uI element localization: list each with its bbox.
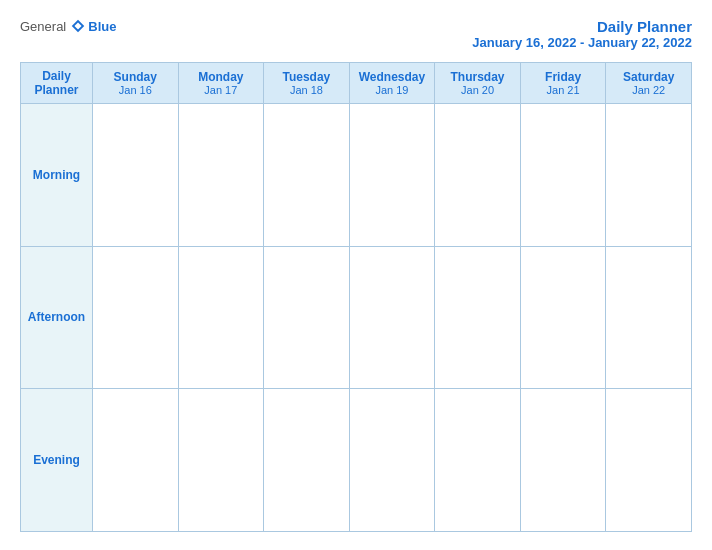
- logo-text: General Blue: [20, 18, 116, 34]
- cell-morning-thursday[interactable]: [435, 104, 521, 247]
- col-header-wednesday: Wednesday Jan 19: [349, 63, 435, 104]
- cell-morning-saturday[interactable]: [606, 104, 692, 247]
- day-date-wednesday: Jan 19: [354, 84, 431, 96]
- day-name-monday: Monday: [183, 70, 260, 84]
- title-area: Daily Planner January 16, 2022 - January…: [472, 18, 692, 50]
- logo-area: General Blue: [20, 18, 116, 34]
- cell-evening-sunday[interactable]: [93, 389, 179, 532]
- cell-afternoon-tuesday[interactable]: [264, 246, 350, 389]
- cell-evening-wednesday[interactable]: [349, 389, 435, 532]
- day-name-friday: Friday: [525, 70, 602, 84]
- page: General Blue Daily Planner January 16, 2…: [0, 0, 712, 550]
- logo-blue: Blue: [88, 19, 116, 34]
- col-header-saturday: Saturday Jan 22: [606, 63, 692, 104]
- day-date-tuesday: Jan 18: [268, 84, 345, 96]
- cell-evening-saturday[interactable]: [606, 389, 692, 532]
- table-row-afternoon: Afternoon: [21, 246, 692, 389]
- first-col-header-line2: Planner: [34, 83, 78, 97]
- day-date-saturday: Jan 22: [610, 84, 687, 96]
- cell-morning-wednesday[interactable]: [349, 104, 435, 247]
- time-label-evening: Evening: [21, 389, 93, 532]
- day-name-wednesday: Wednesday: [354, 70, 431, 84]
- col-header-monday: Monday Jan 17: [178, 63, 264, 104]
- cell-evening-monday[interactable]: [178, 389, 264, 532]
- planner-title: Daily Planner: [472, 18, 692, 35]
- day-name-thursday: Thursday: [439, 70, 516, 84]
- col-header-tuesday: Tuesday Jan 18: [264, 63, 350, 104]
- cell-morning-tuesday[interactable]: [264, 104, 350, 247]
- date-range: January 16, 2022 - January 22, 2022: [472, 35, 692, 50]
- col-header-friday: Friday Jan 21: [520, 63, 606, 104]
- day-date-sunday: Jan 16: [97, 84, 174, 96]
- day-date-friday: Jan 21: [525, 84, 602, 96]
- col-header-thursday: Thursday Jan 20: [435, 63, 521, 104]
- day-date-monday: Jan 17: [183, 84, 260, 96]
- cell-morning-friday[interactable]: [520, 104, 606, 247]
- logo-general: General: [20, 19, 66, 34]
- first-col-header: Daily Planner: [21, 63, 93, 104]
- day-name-saturday: Saturday: [610, 70, 687, 84]
- logo-icon: [70, 18, 86, 34]
- cell-evening-thursday[interactable]: [435, 389, 521, 532]
- header: General Blue Daily Planner January 16, 2…: [20, 18, 692, 50]
- day-name-tuesday: Tuesday: [268, 70, 345, 84]
- time-label-morning: Morning: [21, 104, 93, 247]
- cell-afternoon-saturday[interactable]: [606, 246, 692, 389]
- first-col-header-line1: Daily: [42, 69, 71, 83]
- cell-morning-monday[interactable]: [178, 104, 264, 247]
- table-row-evening: Evening: [21, 389, 692, 532]
- cell-morning-sunday[interactable]: [93, 104, 179, 247]
- time-label-afternoon: Afternoon: [21, 246, 93, 389]
- cell-afternoon-sunday[interactable]: [93, 246, 179, 389]
- col-header-sunday: Sunday Jan 16: [93, 63, 179, 104]
- cell-afternoon-monday[interactable]: [178, 246, 264, 389]
- cell-afternoon-wednesday[interactable]: [349, 246, 435, 389]
- table-row-morning: Morning: [21, 104, 692, 247]
- cell-afternoon-friday[interactable]: [520, 246, 606, 389]
- table-header-row: Daily Planner Sunday Jan 16 Monday Jan 1…: [21, 63, 692, 104]
- planner-table: Daily Planner Sunday Jan 16 Monday Jan 1…: [20, 62, 692, 532]
- day-name-sunday: Sunday: [97, 70, 174, 84]
- day-date-thursday: Jan 20: [439, 84, 516, 96]
- cell-evening-tuesday[interactable]: [264, 389, 350, 532]
- cell-evening-friday[interactable]: [520, 389, 606, 532]
- cell-afternoon-thursday[interactable]: [435, 246, 521, 389]
